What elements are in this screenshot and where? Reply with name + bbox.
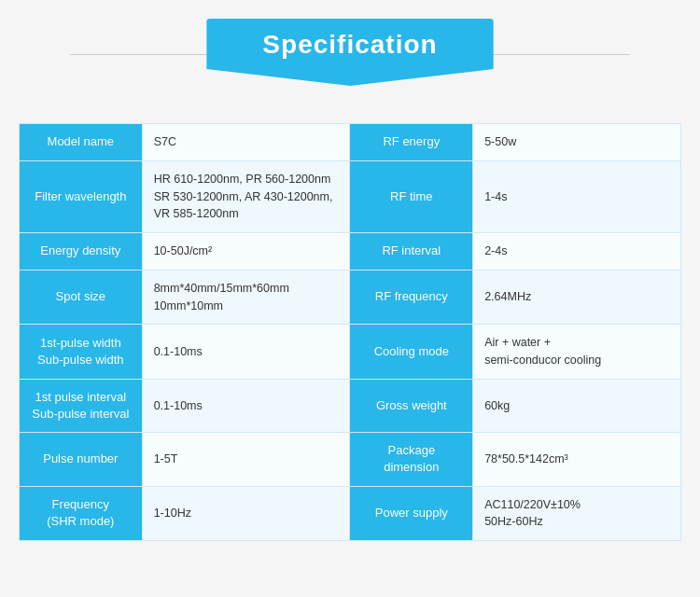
left-label-5: 1st pulse interval Sub-pulse interval: [20, 379, 143, 432]
right-value-4: Air + water + semi-conducor cooling: [473, 325, 681, 380]
left-value-1: HR 610-1200nm, PR 560-1200nm SR 530-1200…: [142, 160, 350, 232]
left-value-7: 1-10Hz: [142, 486, 350, 541]
right-value-0: 5-50w: [473, 124, 681, 161]
right-value-7: AC110/220V±10% 50Hz-60Hz: [473, 486, 681, 541]
left-label-0: Model name: [20, 124, 143, 161]
right-value-1: 1-4s: [473, 160, 681, 232]
left-label-3: Spot size: [20, 270, 143, 325]
right-label-0: RF energy: [350, 124, 473, 161]
left-label-2: Energy density: [20, 233, 143, 271]
left-label-4: 1st-pulse width Sub-pulse width: [20, 325, 143, 380]
left-value-4: 0.1-10ms: [142, 325, 350, 380]
right-label-7: Power supply: [350, 486, 473, 541]
spec-table-container: Model nameS7CRF energy5-50wFilter wavele…: [19, 123, 681, 541]
left-label-7: Frequency (SHR mode): [20, 486, 143, 541]
left-label-6: Pulse number: [20, 433, 143, 486]
left-value-0: S7C: [142, 124, 350, 161]
right-label-3: RF frequency: [350, 270, 473, 325]
left-label-1: Filter wavelength: [20, 160, 143, 232]
right-label-4: Cooling mode: [350, 325, 473, 380]
right-label-1: RF time: [350, 160, 473, 232]
page-title: Specification: [206, 19, 493, 86]
right-value-3: 2.64MHz: [473, 270, 681, 325]
left-value-2: 10-50J/cm²: [142, 233, 350, 271]
right-value-6: 78*50.5*142cm³: [473, 433, 681, 486]
right-label-6: Package dimension: [350, 433, 473, 486]
right-value-2: 2-4s: [473, 233, 681, 271]
right-label-5: Gross weight: [350, 379, 473, 432]
left-value-3: 8mm*40mm/15mm*60mm 10mm*10mm: [142, 270, 350, 325]
left-value-6: 1-5T: [142, 433, 350, 486]
left-value-5: 0.1-10ms: [142, 379, 350, 432]
specification-table: Model nameS7CRF energy5-50wFilter wavele…: [19, 123, 681, 541]
header-section: Specification: [0, 19, 700, 86]
right-value-5: 60kg: [473, 379, 681, 432]
right-label-2: RF interval: [350, 233, 473, 271]
